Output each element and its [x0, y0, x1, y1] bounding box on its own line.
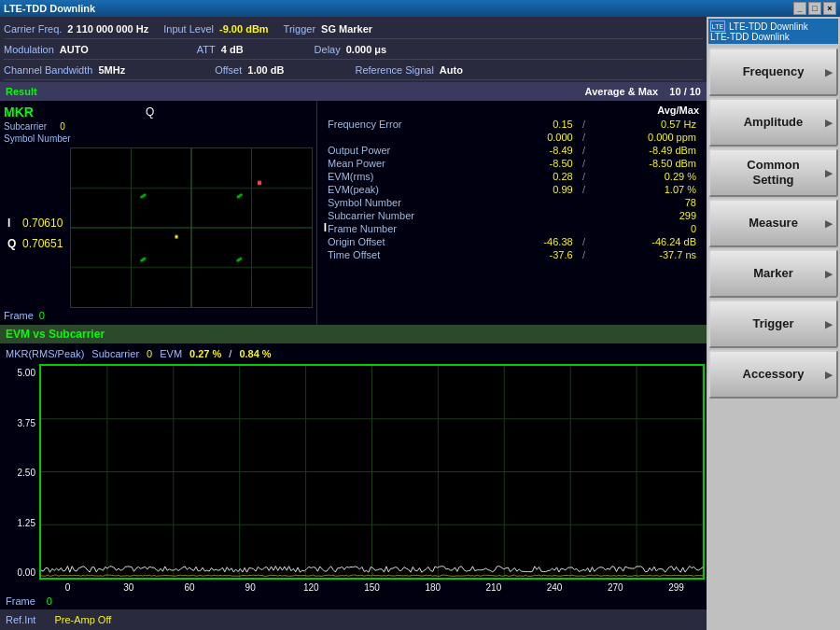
symbol-number-row: Symbol Number 78 — [325, 196, 699, 209]
evm-peak-val2: 1.07 % — [593, 183, 699, 196]
channel-bw-label: Channel Bandwidth — [4, 64, 92, 76]
measure-arrow-icon: ▶ — [825, 218, 833, 229]
q-value: 0.70651 — [22, 237, 63, 250]
mean-power-label: Mean Power — [325, 157, 507, 170]
subcarrier-val: 0 — [60, 121, 65, 132]
minimize-button[interactable]: _ — [793, 2, 806, 15]
sidebar: LTE LTE-TDD Downlink LTE-TDD Downlink Fr… — [707, 17, 840, 630]
freq-error-val4: 0.000 ppm — [593, 131, 699, 144]
main-layout: Carrier Freq. 2 110 000 000 Hz Input Lev… — [0, 17, 840, 630]
input-level-field: Input Level -9.00 dBm — [163, 23, 268, 35]
frequency-button[interactable]: Frequency ▶ — [708, 48, 838, 96]
output-power-val2: -8.49 dBm — [593, 144, 699, 157]
att-field: ATT 4 dB — [197, 44, 244, 55]
trigger-button[interactable]: Trigger ▶ — [708, 300, 838, 348]
ref-signal-label: Reference Signal — [355, 64, 433, 76]
evm-label: EVM — [160, 348, 182, 359]
input-level-label: Input Level — [163, 23, 214, 35]
ref-signal-field: Reference Signal Auto — [355, 64, 462, 76]
evm-frame-val: 0 — [47, 595, 52, 607]
window-title: LTE-TDD Downlink — [4, 3, 95, 14]
accessory-arrow-icon: ▶ — [825, 370, 833, 380]
evm-canvas — [41, 366, 703, 578]
x-tick-210: 210 — [463, 582, 524, 593]
sidebar-top-info: LTE LTE-TDD Downlink LTE-TDD Downlink — [708, 19, 838, 44]
frame-number-val: 0 — [507, 222, 699, 235]
subcarrier-label: Subcarrier — [4, 121, 47, 132]
modulation-field: Modulation AUTO — [4, 44, 89, 55]
evm-rms-val2: 0.29 % — [593, 170, 699, 183]
ref-signal-value: Auto — [440, 64, 463, 76]
evm-marker-label: MKR(RMS/Peak) — [6, 348, 84, 359]
evm-chart-inner: 5.00 3.75 2.50 1.25 0.00 www.tehencom.co… — [0, 364, 707, 581]
i-letter: I — [7, 217, 19, 230]
close-button[interactable]: × — [823, 2, 836, 15]
subcarrier-number-val: 299 — [507, 209, 699, 222]
y-tick-375: 3.75 — [2, 418, 35, 428]
freq-error-val2: 0.57 Hz — [593, 118, 699, 131]
freq-error-row: Frequency Error 0.15 / 0.57 Hz — [325, 118, 699, 131]
symbol-number-label: Symbol Number — [325, 196, 507, 209]
avg-max-label: Average & Max — [585, 86, 658, 97]
common-setting-button[interactable]: CommonSetting ▶ — [708, 148, 838, 197]
x-tick-90: 90 — [220, 582, 281, 593]
measure-button[interactable]: Measure ▶ — [708, 199, 838, 247]
symbol-number-label: Symbol Number — [4, 133, 313, 144]
modulation-value: AUTO — [60, 44, 89, 55]
channel-bw-value: 5MHz — [98, 64, 125, 76]
trigger-label: Trigger — [284, 23, 315, 35]
i-axis-label: I — [324, 221, 327, 234]
output-power-label: Output Power — [325, 144, 507, 157]
header-rows: Carrier Freq. 2 110 000 000 Hz Input Lev… — [0, 17, 707, 82]
amplitude-button[interactable]: Amplitude ▶ — [708, 98, 838, 147]
symbol-number-val: 78 — [507, 196, 699, 209]
evm-title: EVM vs Subcarrier — [6, 328, 105, 341]
mkr-panel: MKR Q Subcarrier 0 Symbol Number I 0.706 — [0, 101, 317, 325]
trigger-value: SG Marker — [321, 23, 372, 35]
constellation-display: I — [70, 147, 313, 308]
maximize-button[interactable]: □ — [808, 2, 821, 15]
delay-value: 0.000 μs — [346, 44, 386, 55]
x-tick-120: 120 — [281, 582, 342, 593]
time-offset-row: Time Offset -37.6 / -37.7 ns — [325, 248, 699, 261]
x-tick-270: 270 — [585, 582, 646, 593]
evm-rms-row: EVM(rms) 0.28 / 0.29 % — [325, 170, 699, 183]
sidebar-title-1: LTE-TDD Downlink — [729, 21, 808, 32]
freq-error-ppm-row: 0.000 / 0.000 ppm — [325, 131, 699, 144]
instrument-panel: Carrier Freq. 2 110 000 000 Hz Input Lev… — [0, 17, 707, 630]
evm-chart-wrapper: 5.00 3.75 2.50 1.25 0.00 www.tehencom.co… — [0, 364, 707, 609]
mkr-title: MKR — [4, 105, 34, 119]
i-value: 0.70610 — [22, 217, 63, 230]
measurements-panel: Avg/Max Frequency Error 0.15 / 0.57 Hz 0… — [317, 101, 707, 325]
frame-row: Frame 0 — [4, 310, 313, 321]
sidebar-title-2: LTE-TDD Downlink — [710, 32, 790, 42]
evm-rms-val1: 0.28 — [507, 170, 575, 183]
evm-peak-label: EVM(peak) — [325, 183, 507, 196]
title-bar: LTE-TDD Downlink _ □ × — [0, 0, 840, 17]
marker-arrow-icon: ▶ — [825, 269, 833, 279]
mean-power-val1: -8.50 — [507, 157, 575, 170]
y-tick-125: 1.25 — [2, 518, 35, 528]
window-controls[interactable]: _ □ × — [793, 2, 836, 15]
origin-offset-val2: -46.24 dB — [593, 235, 699, 248]
frame-label: Frame — [4, 310, 34, 321]
origin-offset-row: Origin Offset -46.38 / -46.24 dB — [325, 235, 699, 248]
sidebar-lte-icon-1: LTE — [710, 21, 725, 32]
sidebar-lte-line-1: LTE LTE-TDD Downlink — [710, 21, 836, 32]
sidebar-lte-line-2: LTE-TDD Downlink — [710, 32, 836, 42]
modulation-label: Modulation — [4, 44, 54, 55]
avg-max-val1: 10 — [669, 86, 680, 97]
accessory-button[interactable]: Accessory ▶ — [708, 350, 838, 399]
q-letter: Q — [7, 237, 19, 250]
marker-button[interactable]: Marker ▶ — [708, 249, 838, 298]
marker-button-label: Marker — [753, 266, 793, 281]
offset-value: 1.00 dB — [247, 64, 284, 76]
delay-label: Delay — [315, 44, 341, 55]
mkr-title-row: MKR Q — [4, 105, 313, 119]
channel-bw-field: Channel Bandwidth 5MHz — [4, 64, 125, 76]
mean-power-row: Mean Power -8.50 / -8.50 dBm — [325, 157, 699, 170]
x-axis-row: 0 30 60 90 120 150 180 210 240 270 299 — [0, 581, 707, 593]
avg-max-val2: 10 — [690, 86, 701, 97]
input-level-value: -9.00 dBm — [219, 23, 269, 35]
evm-peak-row: EVM(peak) 0.99 / 1.07 % — [325, 183, 699, 196]
